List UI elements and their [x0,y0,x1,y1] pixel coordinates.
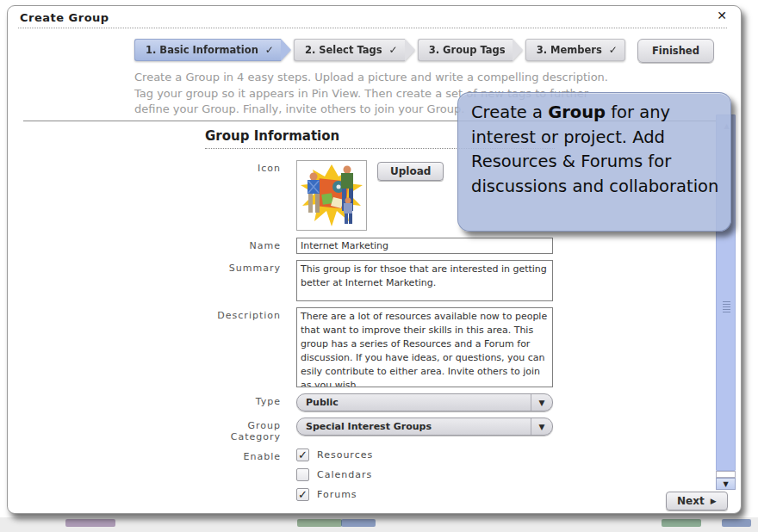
category-label: Group Category [205,418,281,442]
title-divider [18,28,727,28]
checkbox-calendars[interactable]: Calendars [296,468,553,481]
summary-textarea[interactable]: This group is for thsoe that are interes… [296,260,553,301]
tab-basic-information[interactable]: 1. Basic Information ✓ [134,39,281,61]
tab-label: 3. Members [537,44,602,56]
wizard-steps: 1. Basic Information ✓ 2. Select Tags ✓ … [134,39,714,63]
description-textarea[interactable]: There are a lot of resources available n… [296,307,553,387]
checkbox-label: Calendars [317,469,372,480]
create-group-dialog: Create Group ✕ 1. Basic Information ✓ 2.… [7,5,742,514]
next-button[interactable]: Next ▶ [666,492,728,510]
category-selected-value: Special Interest Groups [297,421,531,432]
enable-row: Enable ✓ Resources Calendars ✓ Forums [205,448,555,508]
group-clipart-image [299,163,364,228]
category-dropdown[interactable]: Special Interest Groups ▼ [296,418,553,436]
dialog-title: Create Group [20,11,109,24]
chevron-down-icon: ▼ [531,423,552,431]
background-fragment [722,519,751,527]
callout-text: Create a Group for any interest or proje… [471,102,718,196]
checkbox-box[interactable] [296,468,309,481]
tab-select-tags[interactable]: 2. Select Tags ✓ [294,39,405,61]
name-label: Name [205,238,281,254]
summary-row: Summary This group is for thsoe that are… [205,260,555,301]
summary-label: Summary [205,260,281,301]
background-fragment [65,519,115,527]
arrow-right-icon: ▶ [711,497,717,505]
tab-group-tags[interactable]: 3. Group Tags [418,39,513,61]
type-row: Type Public ▼ [205,393,555,411]
background-fragment [341,519,376,527]
scroll-down-button[interactable]: ▼ [716,478,736,490]
tab-members[interactable]: 3. Members ✓ [525,39,625,61]
check-icon: ✓ [609,44,618,56]
background-fragment [297,519,342,527]
enable-label: Enable [205,448,281,508]
help-callout: Create a Group for any interest or proje… [457,92,731,232]
tab-arrow-shape [405,39,415,61]
checkbox-box[interactable]: ✓ [296,488,309,501]
upload-button[interactable]: Upload [377,162,444,181]
tab-arrow-shape [513,39,523,61]
check-icon: ✓ [265,44,274,56]
category-row: Group Category Special Interest Groups ▼ [205,418,555,442]
page-background-strip [0,517,758,532]
name-input[interactable] [296,238,553,254]
finished-button[interactable]: Finished [637,39,714,63]
background-fragment [662,519,701,527]
scrollbar-track[interactable] [716,471,736,478]
check-icon: ✓ [389,44,398,56]
checkbox-forums[interactable]: ✓ Forums [296,488,553,501]
tab-label: 1. Basic Information [146,44,258,56]
type-label: Type [205,393,281,411]
next-label: Next [677,495,705,507]
icon-label: Icon [205,160,281,231]
tab-arrow-shape [281,39,291,61]
type-selected-value: Public [297,397,531,408]
description-row: Description There are a lot of resources… [205,307,555,387]
chevron-down-icon: ▼ [531,399,552,407]
checkbox-resources[interactable]: ✓ Resources [296,448,553,461]
tab-label: 2. Select Tags [305,44,382,56]
scrollbar-grip [723,301,730,312]
tab-label: 3. Group Tags [429,44,506,56]
name-row: Name [205,238,555,254]
close-icon[interactable]: ✕ [717,9,727,22]
checkbox-label: Forums [317,489,357,500]
checkbox-label: Resources [317,449,373,461]
checkbox-box[interactable]: ✓ [296,448,309,461]
callout-bold-word: Group [548,102,606,122]
page: Create Group ✕ 1. Basic Information ✓ 2.… [0,0,758,532]
description-label: Description [205,307,281,387]
group-icon-preview [296,160,367,231]
type-dropdown[interactable]: Public ▼ [296,393,553,411]
